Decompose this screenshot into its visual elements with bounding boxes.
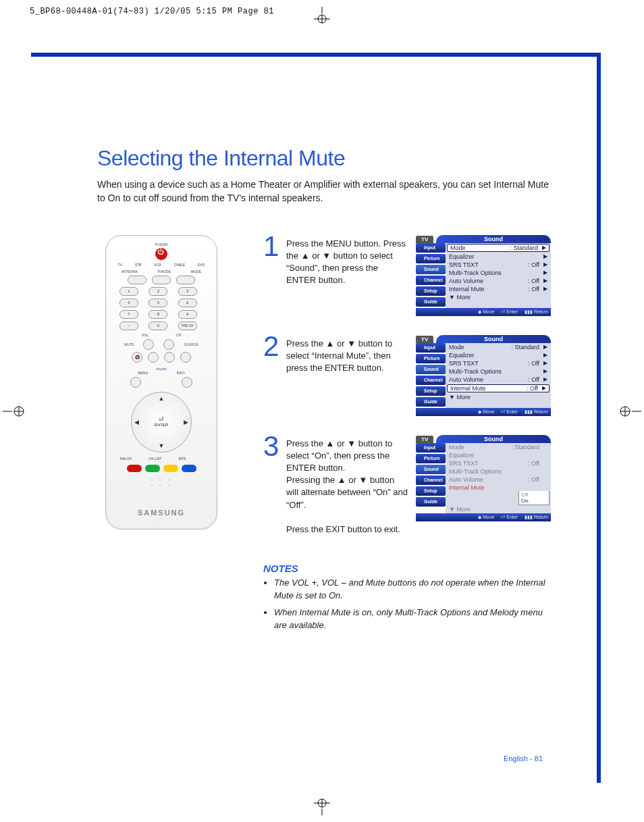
brand-logo: SAMSUNG — [111, 509, 211, 517]
crop-mark-top — [0, 7, 644, 24]
osd-menu-item: Multi-Track Options▶ — [446, 467, 551, 476]
enter-hint: ⏎ Enter — [501, 515, 518, 520]
osd-panel: Mode: Standard▶Equalizer▶SRS TSXT: Off▶M… — [446, 443, 551, 513]
pmode-button — [152, 276, 171, 284]
step: 3Press the ▲ or ▼ button to select “On”,… — [263, 435, 567, 536]
chevron-right-icon: ▶ — [543, 376, 547, 382]
osd-sidebar: InputPictureSoundChannelSetupGuide — [416, 343, 446, 408]
osd-menu-item: SRS TSXT: Off▶ — [446, 261, 551, 269]
osd-footer: ◆ Move⏎ Enter▮▮▮ Return — [416, 408, 551, 416]
osd-sidebar-item: Input — [416, 243, 446, 253]
step-number: 2 — [263, 335, 278, 358]
osd-sidebar-item: Picture — [416, 354, 446, 363]
chevron-right-icon: ▶ — [543, 352, 547, 358]
osd-menu-item: ▼ More▶ — [446, 505, 551, 513]
channel-icon — [417, 378, 423, 383]
channel-icon — [417, 278, 423, 283]
dpad: ▲▼◀▶ ⏎ENTER — [131, 392, 192, 453]
sound-icon — [417, 367, 423, 372]
osd-menu-item: Mode: Standard▶ — [446, 443, 551, 451]
osd-dropdown: OffOn — [518, 491, 549, 505]
osd-screenshot: TVSoundInputPictureSoundChannelSetupGuid… — [416, 235, 551, 316]
guide-icon — [417, 499, 423, 505]
osd-menu-item: Internal Mute: Off▶ — [446, 285, 551, 293]
osd-menu-item: Internal Mute: Off▶ — [447, 384, 549, 392]
osd-menu-item: SRS TSXT: Off▶ — [446, 359, 551, 367]
osd-menu-item: Equalizer▶ — [446, 351, 551, 359]
move-hint: ◆ Move — [478, 515, 494, 520]
sound-icon — [417, 267, 423, 272]
return-hint: ▮▮▮ Return — [525, 515, 548, 520]
osd-screenshot: TVSoundInputPictureSoundChannelSetupGuid… — [416, 435, 551, 521]
osd-menu-item: Auto Volume: Off▶ — [446, 277, 551, 285]
chevron-right-icon: ▶ — [543, 253, 547, 259]
sound-icon — [417, 467, 423, 472]
mode-button — [176, 276, 195, 284]
channel-icon — [417, 478, 423, 483]
enter-hint: ⏎ Enter — [501, 409, 518, 415]
step-text: Press the MENU button. Press the ▲ or ▼ … — [286, 235, 408, 287]
osd-menu-item: Auto Volume: Off▶ — [446, 376, 551, 384]
chevron-right-icon: ▶ — [543, 368, 547, 374]
crop-mark-right — [618, 398, 641, 425]
osd-menu-item: ▼ More▶ — [446, 293, 551, 301]
row1-labels: ANTENNAP.MODEMODE — [111, 269, 211, 274]
setup-icon — [417, 388, 423, 394]
osd-sidebar-item: Setup — [416, 386, 446, 396]
osd-sidebar: InputPictureSoundChannelSetupGuide — [416, 243, 446, 308]
osd-menu-item: Multi-Track Options▶ — [446, 269, 551, 277]
osd-menu-item: Mode: Standard▶ — [447, 244, 549, 252]
chevron-right-icon: ▶ — [542, 245, 546, 251]
osd-sidebar-item: Input — [416, 443, 446, 453]
notes-list: The VOL +, VOL – and Mute buttons do not… — [263, 577, 558, 632]
chevron-right-icon: ▶ — [542, 385, 546, 391]
osd-menu-item: SRS TSXT: Off▶ — [446, 459, 551, 467]
chevron-right-icon: ▶ — [543, 278, 547, 284]
osd-panel: Mode: Standard▶Equalizer▶SRS TSXT: Off▶M… — [446, 243, 551, 308]
chevron-right-icon: ▶ — [543, 261, 547, 267]
osd-menu-item: ▼ More▶ — [446, 393, 551, 401]
osd-sidebar-item: Channel — [416, 376, 446, 385]
osd-sidebar-item: Guide — [416, 397, 446, 407]
remote-illustration: POWER TVSTBVCRCABLEDVD ANTENNAP.MODEMODE… — [105, 235, 217, 530]
return-hint: ▮▮▮ Return — [525, 409, 548, 415]
osd-sidebar-item: Picture — [416, 454, 446, 463]
step: 1Press the MENU button. Press the ▲ or ▼… — [263, 235, 567, 316]
osd-sidebar-item: Channel — [416, 276, 446, 285]
page-footer: English - 81 — [504, 754, 543, 763]
chevron-right-icon: ▶ — [543, 360, 547, 366]
osd-sidebar-item: Sound — [416, 465, 446, 474]
osd-title: Sound — [436, 435, 551, 443]
osd-menu-item: Equalizer▶ — [446, 253, 551, 261]
move-hint: ◆ Move — [478, 409, 494, 415]
ch-down-icon — [164, 352, 175, 363]
input-icon — [417, 345, 423, 351]
note-item: The VOL +, VOL – and Mute buttons do not… — [274, 577, 558, 602]
step-number: 3 — [263, 435, 278, 458]
osd-tv-label: TV — [416, 336, 433, 343]
osd-sidebar-item: Setup — [416, 486, 446, 496]
source-button — [180, 352, 191, 363]
crop-mark-bottom — [0, 798, 644, 815]
osd-sidebar-item: Sound — [416, 265, 446, 274]
mute-icon: 🔇 — [132, 352, 142, 363]
antenna-button — [128, 276, 146, 284]
guide-icon — [417, 399, 423, 405]
osd-sidebar: InputPictureSoundChannelSetupGuide — [416, 443, 446, 513]
enter-hint: ⏎ Enter — [501, 309, 518, 315]
osd-menu-item: Mode: Standard▶ — [446, 343, 551, 351]
picture-icon — [417, 356, 423, 361]
note-item: When Internal Mute is on, only Multi-Tra… — [274, 607, 558, 632]
color-buttons — [111, 465, 211, 472]
osd-menu-item: Multi-Track Options▶ — [446, 367, 551, 376]
osd-tv-label: TV — [416, 436, 433, 443]
ch-up-icon — [163, 339, 174, 350]
exit-button — [182, 377, 192, 388]
osd-sidebar-item: Guide — [416, 497, 446, 507]
vol-up-icon — [143, 339, 154, 350]
input-icon — [417, 245, 423, 251]
osd-sidebar-item: Input — [416, 343, 446, 353]
move-hint: ◆ Move — [478, 309, 494, 315]
osd-sidebar-item: Channel — [416, 476, 446, 485]
step-text: Press the ▲ or ▼ button to select “Inter… — [286, 335, 408, 375]
